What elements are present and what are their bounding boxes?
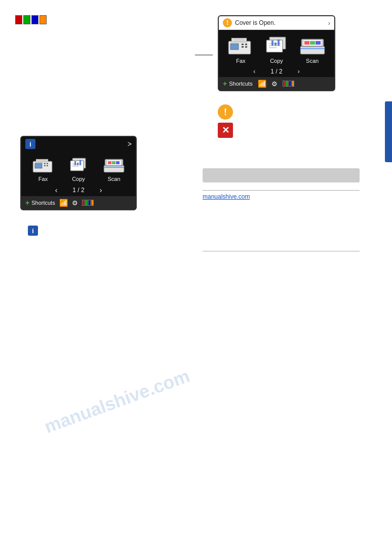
- color-bar-green: [23, 15, 30, 24]
- copy-icon: [67, 156, 90, 174]
- svg-rect-15: [77, 163, 79, 165]
- separator-line-2: [203, 251, 360, 251]
- large-ink-red: [283, 81, 285, 87]
- svg-rect-5: [47, 165, 48, 166]
- large-screen-shortcuts-bar: + Shortcuts 📶 ⚙: [219, 77, 334, 90]
- svg-rect-29: [245, 46, 247, 48]
- ink-orange: [91, 200, 94, 206]
- ink-red: [82, 200, 85, 206]
- warning-icon: !: [223, 18, 232, 27]
- svg-rect-40: [278, 40, 280, 46]
- fax-icon: [32, 156, 54, 174]
- svg-rect-44: [304, 41, 309, 45]
- scan-icon: [103, 156, 125, 174]
- screen-chevron-right[interactable]: >: [128, 140, 132, 148]
- small-device-screen: i >: [20, 136, 137, 210]
- pointer-line: [195, 55, 213, 55]
- ink-blue: [88, 200, 91, 206]
- svg-rect-25: [230, 44, 239, 50]
- svg-rect-41: [300, 46, 325, 54]
- separator-line: [203, 190, 360, 191]
- ink-green: [85, 200, 88, 206]
- gray-info-bar: [203, 168, 360, 182]
- svg-rect-16: [80, 160, 81, 165]
- large-color-ink-indicator[interactable]: [283, 81, 294, 87]
- large-fax-icon: [227, 35, 254, 56]
- status-icons-group: ! ✕: [218, 104, 382, 138]
- large-wifi-icon[interactable]: 📶: [258, 80, 266, 88]
- large-fax-item[interactable]: Fax: [227, 35, 254, 64]
- standalone-info-section: i: [28, 226, 187, 236]
- svg-rect-10: [70, 161, 84, 171]
- info-badge[interactable]: i: [25, 139, 35, 149]
- svg-rect-28: [242, 46, 244, 48]
- large-screen-icons-row: Fax Copy: [219, 30, 334, 66]
- color-bar-blue: [31, 15, 38, 24]
- screen-icons-row: Fax: [21, 151, 136, 184]
- large-ink-blue: [289, 81, 291, 87]
- large-prev-arrow[interactable]: ‹: [253, 68, 255, 75]
- right-column: ! Cover is Open. ›: [198, 0, 392, 554]
- large-error-icon: ✕: [218, 123, 233, 138]
- large-ink-green: [286, 81, 288, 87]
- color-ink-indicator[interactable]: [82, 200, 94, 206]
- svg-rect-34: [266, 40, 283, 52]
- svg-rect-6: [36, 159, 48, 162]
- svg-rect-17: [104, 165, 124, 172]
- svg-rect-22: [116, 161, 120, 164]
- svg-rect-4: [44, 165, 46, 166]
- svg-rect-1: [35, 163, 42, 168]
- svg-rect-45: [310, 41, 315, 45]
- large-tool-icon[interactable]: ⚙: [271, 80, 278, 88]
- screen-shortcuts-bar: + Shortcuts 📶 ⚙: [21, 196, 136, 209]
- svg-rect-26: [242, 44, 244, 45]
- fax-icon-item[interactable]: Fax: [32, 156, 54, 182]
- svg-rect-21: [112, 161, 115, 164]
- shortcuts-button[interactable]: + Shortcuts: [25, 199, 55, 207]
- page: i >: [0, 0, 392, 554]
- scan-icon-item[interactable]: Scan: [103, 156, 125, 182]
- svg-rect-3: [47, 163, 48, 164]
- svg-rect-39: [275, 43, 277, 46]
- side-tab: [385, 101, 392, 162]
- large-screen-pagination: ‹ 1 / 2 ›: [219, 66, 334, 77]
- plus-icon: +: [25, 199, 29, 207]
- wifi-icon[interactable]: 📶: [59, 199, 68, 207]
- website-link[interactable]: manualshive.com: [203, 193, 382, 200]
- svg-rect-38: [271, 41, 273, 46]
- large-device-screen: ! Cover is Open. ›: [218, 15, 335, 91]
- svg-rect-14: [74, 161, 76, 165]
- screen-pagination: ‹ 1 / 2 ›: [21, 184, 136, 196]
- color-bar-icon: [15, 15, 187, 24]
- color-bar-orange: [40, 15, 47, 24]
- screen-header: i >: [21, 137, 136, 151]
- large-scan-icon: [299, 35, 326, 56]
- warning-bar: ! Cover is Open. ›: [219, 16, 334, 30]
- svg-rect-46: [316, 41, 321, 45]
- large-copy-icon: [263, 35, 290, 56]
- standalone-info-badge[interactable]: i: [28, 226, 38, 236]
- large-scan-item[interactable]: Scan: [299, 35, 326, 64]
- prev-arrow[interactable]: ‹: [55, 186, 58, 194]
- large-warning-icon: !: [218, 104, 233, 120]
- large-ink-orange: [292, 81, 294, 87]
- svg-rect-2: [44, 163, 46, 164]
- copy-icon-item[interactable]: Copy: [67, 156, 90, 182]
- watermark: manualshive.com: [42, 365, 192, 438]
- svg-rect-30: [231, 38, 247, 42]
- tool-icon[interactable]: ⚙: [72, 199, 78, 207]
- svg-rect-20: [108, 161, 111, 164]
- large-copy-item[interactable]: Copy: [263, 35, 290, 64]
- color-bar-red: [15, 15, 22, 24]
- large-next-arrow[interactable]: ›: [298, 68, 300, 75]
- left-column: i >: [0, 0, 198, 554]
- large-plus-icon: +: [223, 80, 227, 88]
- large-shortcuts-button[interactable]: + Shortcuts: [223, 80, 253, 88]
- svg-rect-27: [245, 44, 247, 45]
- next-arrow[interactable]: ›: [100, 186, 102, 194]
- warning-chevron[interactable]: ›: [328, 19, 330, 27]
